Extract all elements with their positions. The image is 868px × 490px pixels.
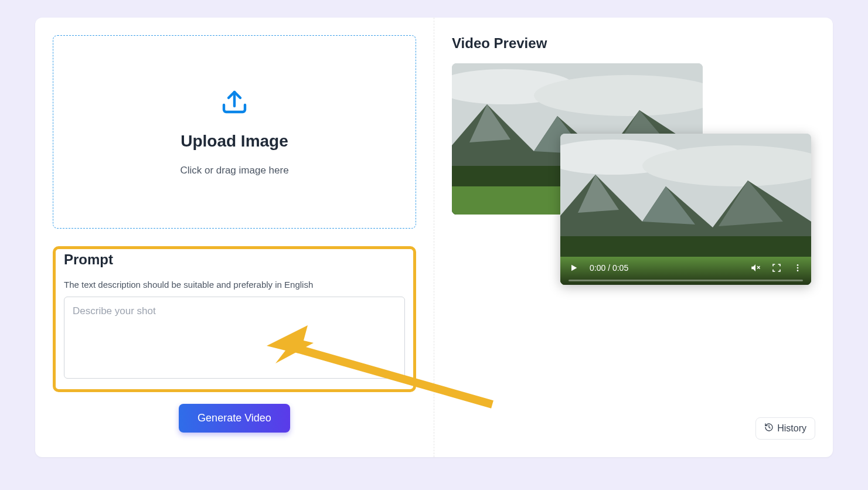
svg-point-24 [797, 264, 799, 266]
preview-area: 0:00 / 0:05 [452, 63, 815, 298]
svg-point-26 [797, 270, 799, 271]
prompt-title: Prompt [64, 251, 405, 268]
upload-icon [220, 87, 249, 118]
more-icon[interactable] [792, 263, 803, 273]
left-panel: Upload Image Click or drag image here Pr… [35, 18, 434, 457]
play-icon[interactable] [569, 263, 579, 273]
right-panel: Video Preview [434, 18, 833, 457]
mute-icon[interactable] [750, 263, 761, 273]
upload-dropzone[interactable]: Upload Image Click or drag image here [53, 35, 416, 229]
preview-title: Video Preview [452, 35, 815, 52]
upload-title: Upload Image [181, 132, 288, 151]
video-controls: 0:00 / 0:05 [560, 258, 811, 285]
history-icon [764, 423, 774, 434]
preview-video-player[interactable]: 0:00 / 0:05 [560, 134, 811, 285]
history-button[interactable]: History [755, 417, 815, 440]
svg-point-25 [797, 267, 799, 269]
video-progress[interactable] [569, 280, 803, 281]
fullscreen-icon[interactable] [771, 263, 782, 273]
prompt-section: Prompt The text description should be su… [53, 246, 416, 392]
generate-video-button[interactable]: Generate Video [179, 404, 290, 433]
main-card: Upload Image Click or drag image here Pr… [35, 18, 833, 457]
svg-rect-19 [560, 236, 811, 260]
upload-subtitle: Click or drag image here [180, 165, 288, 176]
prompt-input[interactable] [64, 297, 405, 379]
history-label: History [777, 423, 806, 434]
svg-marker-21 [571, 265, 577, 271]
video-time: 0:00 / 0:05 [590, 263, 628, 273]
prompt-hint: The text description should be suitable … [64, 280, 405, 290]
